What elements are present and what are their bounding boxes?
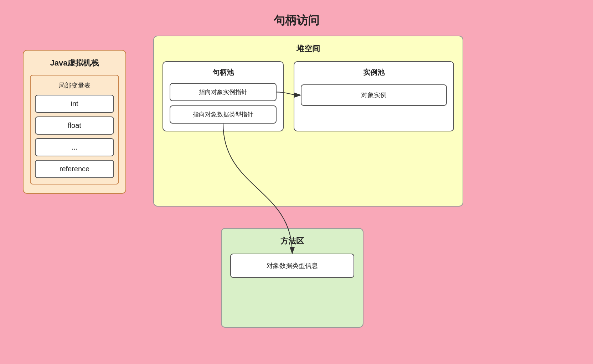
local-var-label: 局部变量表: [35, 81, 114, 90]
jvm-stack-title: Java虚拟机栈: [30, 58, 119, 68]
page-title: 句柄访问: [0, 0, 593, 28]
instance-pool-container: 实例池 对象实例: [294, 61, 454, 131]
var-item-reference: reference: [35, 160, 114, 178]
heap-space-container: 堆空间 句柄池 指向对象实例指针 指向对象数据类型指针 实例池 对象实例: [153, 36, 463, 207]
heap-space-title: 堆空间: [163, 43, 454, 54]
var-item-float: float: [35, 116, 114, 135]
local-var-table: 局部变量表 int float ... reference: [30, 75, 119, 184]
method-item-type-info: 对象数据类型信息: [230, 254, 354, 278]
instance-pool-title: 实例池: [301, 68, 447, 77]
heap-inner: 句柄池 指向对象实例指针 指向对象数据类型指针 实例池 对象实例: [163, 61, 454, 131]
jvm-stack-container: Java虚拟机栈 局部变量表 int float ... reference: [23, 50, 126, 194]
var-item-int: int: [35, 95, 114, 113]
method-area-title: 方法区: [230, 236, 354, 246]
handle-pool-container: 句柄池 指向对象实例指针 指向对象数据类型指针: [163, 61, 284, 131]
pointer-item-type: 指向对象数据类型指针: [170, 105, 277, 124]
instance-item: 对象实例: [301, 84, 447, 106]
handle-pool-title: 句柄池: [170, 68, 277, 77]
method-area-container: 方法区 对象数据类型信息: [221, 228, 363, 328]
pointer-item-instance: 指向对象实例指针: [170, 83, 277, 101]
var-item-ellipsis: ...: [35, 138, 114, 156]
